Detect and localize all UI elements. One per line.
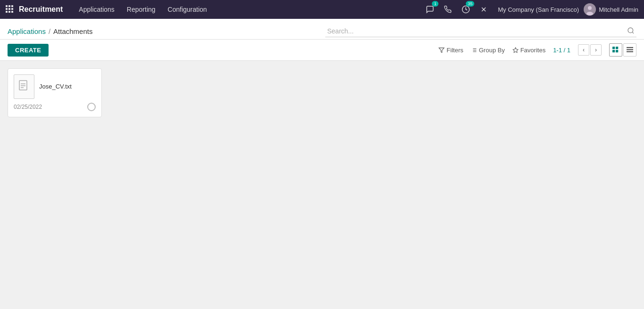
avatar (584, 3, 596, 16)
svg-rect-30 (627, 49, 633, 50)
svg-rect-27 (612, 50, 615, 52)
timer-icon-button[interactable]: 35 (459, 3, 472, 16)
menu-reporting[interactable]: Reporting (122, 4, 160, 15)
svg-marker-17 (439, 48, 444, 52)
timer-badge: 35 (466, 1, 474, 7)
username-label: Mitchell Admin (599, 6, 638, 13)
search-icon[interactable] (627, 27, 635, 36)
toolbar: CREATE Filters Group By Favorites 1-1 / … (0, 40, 644, 61)
user-menu[interactable]: Mitchell Admin (584, 3, 638, 16)
grid-menu-icon[interactable] (6, 5, 13, 14)
favorites-button[interactable]: Favorites (512, 47, 545, 54)
svg-rect-29 (627, 47, 633, 48)
groupby-label: Group By (479, 47, 505, 54)
top-navigation: Recruitment Applications Reporting Confi… (0, 0, 644, 19)
filters-button[interactable]: Filters (438, 47, 463, 54)
topnav-actions: 1 35 My Company (San Francisco) (423, 3, 638, 16)
kanban-view-button[interactable] (609, 43, 622, 57)
toolbar-right: Filters Group By Favorites 1-1 / 1 ‹ › (438, 43, 636, 57)
breadcrumb: Applications / Attachments (8, 27, 92, 35)
svg-rect-6 (6, 11, 8, 13)
topnav-menu: Applications Reporting Configuration (74, 4, 423, 15)
close-icon-button[interactable] (477, 3, 490, 16)
pagination-prev[interactable]: ‹ (578, 44, 589, 56)
svg-point-15 (628, 28, 633, 33)
attachment-card[interactable]: Jose_CV.txt 02/25/2022 (8, 68, 102, 117)
attachment-filename: Jose_CV.txt (39, 83, 72, 91)
svg-rect-1 (8, 5, 10, 7)
svg-point-13 (588, 6, 592, 10)
svg-rect-4 (8, 8, 10, 10)
svg-rect-26 (616, 47, 618, 49)
breadcrumb-bar: Applications / Attachments (0, 19, 644, 40)
menu-applications[interactable]: Applications (74, 4, 119, 15)
attachment-date: 02/25/2022 (14, 104, 42, 110)
groupby-button[interactable]: Group By (471, 47, 505, 54)
attachment-status-circle (87, 103, 96, 111)
menu-configuration[interactable]: Configuration (163, 4, 212, 15)
content-area: Jose_CV.txt 02/25/2022 (0, 61, 644, 309)
svg-rect-3 (6, 8, 8, 10)
chat-icon-button[interactable]: 1 (423, 3, 437, 16)
favorites-label: Favorites (520, 47, 545, 54)
file-icon (14, 74, 34, 99)
company-name: My Company (San Francisco) (498, 6, 579, 13)
app-brand: Recruitment (19, 5, 63, 14)
svg-rect-5 (11, 8, 13, 10)
chat-badge: 1 (432, 1, 438, 7)
search-bar (325, 25, 636, 37)
svg-rect-32 (19, 81, 27, 90)
svg-rect-7 (8, 11, 10, 13)
view-toggle (609, 43, 636, 57)
list-view-button[interactable] (623, 43, 636, 57)
svg-rect-8 (11, 11, 13, 13)
breadcrumb-link-applications[interactable]: Applications (8, 27, 46, 35)
create-button[interactable]: CREATE (8, 44, 49, 57)
breadcrumb-separator: / (49, 27, 50, 35)
pagination-info: 1-1 / 1 (553, 47, 570, 54)
phone-icon-button[interactable] (441, 3, 454, 16)
filters-label: Filters (446, 47, 463, 54)
svg-rect-31 (627, 51, 633, 52)
pagination-arrows: ‹ › (578, 44, 602, 56)
svg-rect-25 (612, 47, 615, 49)
svg-line-16 (632, 32, 634, 33)
svg-rect-0 (6, 5, 8, 7)
card-top: Jose_CV.txt (14, 74, 96, 99)
svg-point-14 (586, 12, 593, 16)
pagination-next[interactable]: › (590, 44, 602, 56)
svg-rect-2 (11, 5, 13, 7)
search-input[interactable] (325, 25, 636, 37)
svg-marker-24 (513, 48, 518, 52)
toolbar-left: CREATE (8, 44, 49, 57)
card-bottom: 02/25/2022 (14, 103, 96, 111)
breadcrumb-current: Attachments (53, 27, 92, 35)
svg-rect-28 (616, 50, 618, 52)
